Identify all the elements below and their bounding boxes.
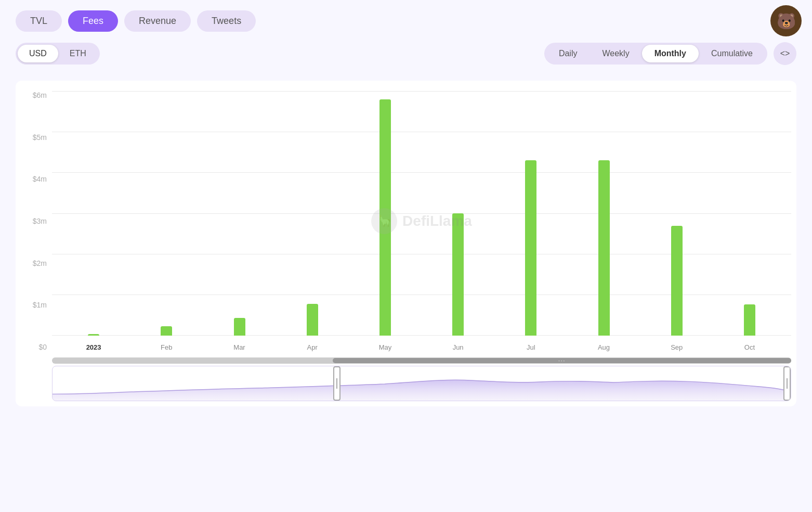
controls-row: USDETH DailyWeeklyMonthlyCumulative <>	[16, 42, 796, 65]
x-label: 2023	[57, 341, 130, 351]
bar	[598, 160, 610, 336]
x-label: Feb	[130, 341, 203, 351]
y-label: $3m	[18, 217, 47, 225]
bar-group	[713, 91, 786, 336]
x-label: Aug	[567, 341, 640, 351]
time-btn-daily[interactable]: Daily	[546, 45, 590, 62]
bar	[161, 326, 172, 336]
bar	[452, 213, 464, 336]
nav-btn-fees[interactable]: Fees	[68, 10, 118, 32]
bar	[234, 318, 245, 336]
currency-btn-usd[interactable]: USD	[18, 45, 58, 62]
x-label: Sep	[640, 341, 713, 351]
y-label: $5m	[18, 133, 47, 142]
range-preview	[52, 366, 791, 401]
bar	[307, 304, 318, 336]
bar-group	[276, 91, 349, 336]
x-label: Jul	[494, 341, 567, 351]
bar-group	[57, 91, 130, 336]
y-axis: $0$1m$2m$3m$4m$5m$6m	[18, 91, 47, 351]
bar-group	[422, 91, 494, 336]
y-label: $1m	[18, 301, 47, 309]
x-axis: 2023FebMarAprMayJunJulAugSepOct	[52, 341, 791, 351]
scrollbar-dots: ···	[558, 358, 566, 364]
time-btn-monthly[interactable]: Monthly	[642, 45, 699, 62]
y-label: $2m	[18, 259, 47, 267]
bar-group	[640, 91, 713, 336]
bar-group	[494, 91, 567, 336]
bar-group	[203, 91, 276, 336]
y-label: $0	[18, 343, 47, 351]
y-label: $4m	[18, 175, 47, 183]
currency-btn-eth[interactable]: ETH	[58, 45, 98, 62]
bar-group	[567, 91, 640, 336]
currency-toggle: USDETH	[16, 43, 100, 65]
range-selector: ···	[52, 357, 791, 401]
bar	[744, 304, 755, 336]
x-label: Jun	[422, 341, 494, 351]
scrollbar-thumb[interactable]: ···	[333, 358, 791, 363]
bar	[525, 160, 536, 336]
code-button[interactable]: <>	[774, 42, 796, 65]
nav-btn-tweets[interactable]: Tweets	[197, 10, 256, 32]
nav-btn-tvl[interactable]: TVL	[16, 10, 62, 32]
avatar: 🐻	[770, 5, 802, 36]
bar	[88, 334, 99, 336]
top-nav: TVLFeesRevenueTweets	[16, 10, 796, 32]
x-label: Mar	[203, 341, 276, 351]
x-label: May	[349, 341, 422, 351]
time-btn-weekly[interactable]: Weekly	[590, 45, 641, 62]
bar	[671, 226, 683, 336]
y-label: $6m	[18, 91, 47, 99]
nav-btn-revenue[interactable]: Revenue	[124, 10, 191, 32]
bars-area	[52, 91, 791, 336]
bar-group	[130, 91, 203, 336]
scrollbar-track: ···	[52, 357, 791, 364]
time-toggle: DailyWeeklyMonthlyCumulative	[544, 43, 767, 65]
x-label: Apr	[276, 341, 349, 351]
bar	[379, 99, 391, 336]
bar-group	[349, 91, 422, 336]
x-label: Oct	[713, 341, 786, 351]
chart-container: $0$1m$2m$3m$4m$5m$6m 🦙 DefiLlama 2023Feb…	[16, 81, 796, 406]
range-handle-left[interactable]	[333, 366, 340, 401]
range-handle-right[interactable]	[783, 366, 791, 401]
time-btn-cumulative[interactable]: Cumulative	[699, 45, 765, 62]
chart-area: $0$1m$2m$3m$4m$5m$6m 🦙 DefiLlama 2023Feb…	[52, 91, 791, 351]
